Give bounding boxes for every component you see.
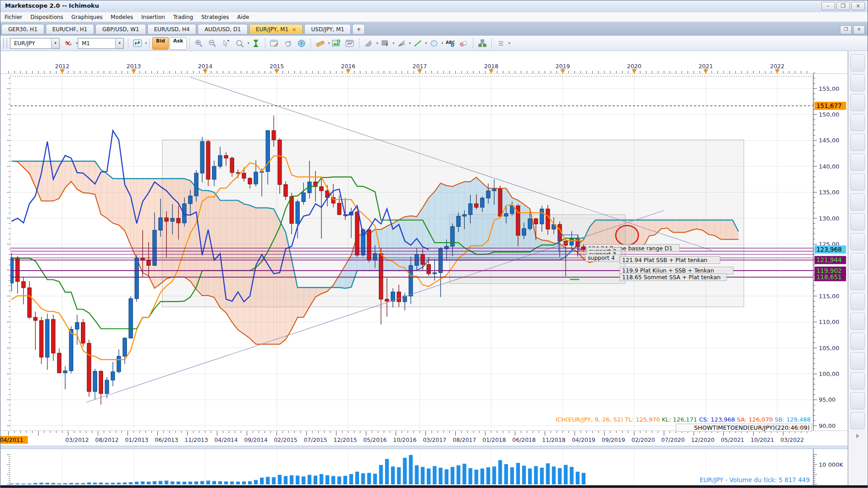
period-select[interactable]: M1▾ xyxy=(78,38,124,49)
tab-gbp-usd-w1[interactable]: GBP/USD, W1 xyxy=(95,24,146,34)
tab-eur-chf-h1[interactable]: EUR/CHF, H1 xyxy=(46,24,94,34)
chevron-down-icon[interactable]: ▾ xyxy=(425,41,427,45)
candle xyxy=(570,239,573,245)
menu-fichier[interactable]: Fichier xyxy=(0,13,26,20)
panel-handle[interactable] xyxy=(850,94,865,111)
tab-close-icon[interactable]: × xyxy=(292,27,296,33)
zoom-cursor-icon[interactable] xyxy=(220,37,232,50)
zoom-in-icon[interactable] xyxy=(193,37,205,50)
volume-bar xyxy=(206,481,210,484)
add-image-icon[interactable] xyxy=(330,37,343,50)
close-button[interactable]: × xyxy=(851,2,865,10)
svg-text:2013: 2013 xyxy=(127,63,141,70)
tab-eur-jpy-m1[interactable]: EUR/JPY, M1× xyxy=(249,24,303,34)
expand-arrow-icon[interactable] xyxy=(856,434,859,438)
text-label-icon[interactable]: ABC xyxy=(444,37,457,50)
tab-eur-usd-h4[interactable]: EUR/USD, H4 xyxy=(147,24,197,34)
chart-canvas[interactable]: 124.24 Borne basse range D1support 2supp… xyxy=(0,51,868,488)
restore-button[interactable]: ❐ xyxy=(836,2,850,10)
svg-text:04/2011: 04/2011 xyxy=(0,436,24,443)
volume-bar xyxy=(409,455,412,484)
price-tag: 121,944 xyxy=(815,256,846,264)
volume-bar xyxy=(260,478,264,484)
chevron-down-icon[interactable]: ▾ xyxy=(247,41,249,45)
panel-handle[interactable] xyxy=(850,253,865,270)
panel-handle[interactable] xyxy=(850,193,865,211)
ask-button[interactable]: Ask xyxy=(170,37,187,50)
panel-handle[interactable] xyxy=(850,233,865,250)
panel-handle[interactable] xyxy=(850,273,865,290)
fibonacci-icon[interactable]: F xyxy=(379,37,392,50)
bid-button[interactable]: Bid xyxy=(152,37,169,50)
price-chart[interactable]: 124.24 Borne basse range D1support 2supp… xyxy=(0,51,868,488)
chevron-down-icon[interactable]: ▾ xyxy=(376,41,378,45)
panel-handle[interactable] xyxy=(850,293,865,310)
menu-insertion[interactable]: Insertion xyxy=(137,13,170,20)
panel-handle[interactable] xyxy=(850,392,865,409)
chevron-down-icon[interactable]: ▾ xyxy=(442,41,443,45)
trendlines-icon[interactable] xyxy=(362,37,375,50)
eraser-icon[interactable] xyxy=(458,37,470,50)
line-draw-icon[interactable] xyxy=(411,37,424,50)
panel-handle[interactable] xyxy=(850,54,865,71)
chevron-down-icon[interactable]: ▾ xyxy=(328,41,330,45)
toolbar-grip[interactable] xyxy=(3,38,7,48)
title-bar[interactable]: Marketscope 2.0 -- Ichimoku – ❐ × xyxy=(0,0,868,13)
globe-icon[interactable] xyxy=(295,37,308,50)
chart-settings-icon[interactable] xyxy=(268,37,281,50)
add-tab-button[interactable]: + xyxy=(352,24,365,34)
fan-lines-icon[interactable] xyxy=(395,37,408,50)
chart-frame-icon[interactable] xyxy=(344,37,356,50)
fit-vertical-icon[interactable] xyxy=(250,37,262,50)
child-restore-button[interactable]: ❐ xyxy=(840,25,852,34)
menu-modeles[interactable]: Modeles xyxy=(107,13,137,20)
minimize-button[interactable]: – xyxy=(821,2,835,10)
volume-bar xyxy=(236,482,240,484)
panel-handle[interactable] xyxy=(850,154,865,171)
menu-aide[interactable]: Aide xyxy=(233,13,254,20)
volume-bar xyxy=(81,483,85,484)
menu-strategies[interactable]: Strategies xyxy=(197,13,233,20)
menu-trading[interactable]: Trading xyxy=(169,13,197,20)
panel-handle[interactable] xyxy=(850,313,865,330)
candle xyxy=(248,178,252,184)
chevron-down-icon[interactable]: ▾ xyxy=(393,41,395,45)
panel-handle[interactable] xyxy=(850,213,865,230)
hierarchy-icon[interactable] xyxy=(476,37,489,50)
panel-handle[interactable] xyxy=(850,174,865,191)
tab-usd-jpy-m1[interactable]: USD/JPY, M1 xyxy=(304,24,351,34)
chevron-down-icon[interactable]: ▾ xyxy=(51,38,59,48)
panel-handle[interactable] xyxy=(850,114,865,131)
panel-handle[interactable] xyxy=(850,74,865,91)
zoom-out-icon[interactable] xyxy=(206,37,219,50)
chart-type-icon[interactable] xyxy=(131,37,144,50)
unlink-icon[interactable] xyxy=(62,37,75,50)
ellipse-draw-icon[interactable] xyxy=(428,37,440,50)
volume-bar xyxy=(16,483,19,484)
chevron-down-icon[interactable]: ▾ xyxy=(409,41,411,45)
ruler-icon[interactable] xyxy=(314,37,326,50)
candle xyxy=(200,141,204,173)
tab-aud-usd-d1[interactable]: AUD/USD, D1 xyxy=(198,24,247,34)
zoom-box-icon[interactable] xyxy=(233,37,246,50)
menu-graphiques[interactable]: Graphiques xyxy=(67,13,107,20)
symbol-select[interactable]: EUR/JPY▾ xyxy=(10,38,60,49)
list-menu-icon[interactable] xyxy=(495,37,507,50)
panel-handle[interactable] xyxy=(850,134,865,151)
view-refresh-icon[interactable] xyxy=(282,37,294,50)
tab-ger30-h1[interactable]: GER30, H1 xyxy=(1,24,44,34)
chevron-down-icon[interactable]: ▾ xyxy=(115,38,123,48)
marketscope-window: 124.24 Borne basse range D1support 2supp… xyxy=(0,0,868,488)
panel-handle[interactable] xyxy=(850,372,865,389)
svg-text:03/2012: 03/2012 xyxy=(66,436,89,443)
chevron-down-icon[interactable]: ▾ xyxy=(145,41,147,45)
collapsed-panel-strip[interactable] xyxy=(848,52,867,486)
chevron-down-icon[interactable]: ▾ xyxy=(509,41,510,45)
panel-handle[interactable] xyxy=(850,333,865,350)
target-ellipse-annotation[interactable] xyxy=(616,225,638,245)
panel-handle[interactable] xyxy=(850,352,865,370)
candle xyxy=(206,141,210,179)
menu-dispositions[interactable]: Dispositions xyxy=(26,13,67,20)
panel-handle[interactable] xyxy=(850,412,865,429)
child-close-button[interactable]: × xyxy=(853,25,865,34)
